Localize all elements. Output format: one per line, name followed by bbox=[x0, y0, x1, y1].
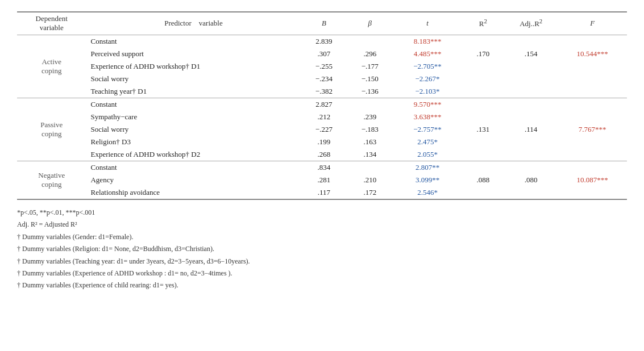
t-value: −2.705** bbox=[393, 60, 462, 73]
B-value: .117 bbox=[301, 186, 347, 199]
AdjR2-value bbox=[504, 73, 558, 85]
header-AdjR2: Adj..R2 bbox=[504, 12, 558, 35]
R2-value bbox=[462, 85, 504, 98]
AdjR2-value bbox=[504, 35, 558, 48]
AdjR2-value bbox=[504, 148, 558, 161]
footnote-2: † Dummy variables (Gender: d1=Female). bbox=[17, 231, 627, 243]
t-value: 8.183*** bbox=[393, 35, 462, 48]
beta-value: −.136 bbox=[347, 85, 393, 98]
footnote-0: *p<.05, **p<.01, ***p<.001 bbox=[17, 207, 627, 218]
B-value: −.234 bbox=[301, 73, 347, 85]
predictor-cell: Constant bbox=[86, 35, 301, 48]
predictor-cell: Sympathy−care bbox=[86, 111, 301, 123]
footnote-6: † Dummy variables (Experience of child r… bbox=[17, 279, 627, 291]
AdjR2-value bbox=[504, 98, 558, 111]
B-value: −.382 bbox=[301, 85, 347, 98]
beta-value: .163 bbox=[347, 136, 393, 148]
t-value: 3.638*** bbox=[393, 111, 462, 123]
R2-value bbox=[462, 111, 504, 123]
B-value: .268 bbox=[301, 148, 347, 161]
predictor-cell: Social worry bbox=[86, 123, 301, 136]
t-value: −2.267* bbox=[393, 73, 462, 85]
t-value: 9.570*** bbox=[393, 98, 462, 111]
predictor-cell: Social worry bbox=[86, 73, 301, 85]
t-value: 4.485*** bbox=[393, 48, 462, 60]
F-value bbox=[558, 85, 627, 98]
AdjR2-value bbox=[504, 85, 558, 98]
header-beta: β bbox=[347, 12, 393, 35]
F-value bbox=[558, 60, 627, 73]
AdjR2-value bbox=[504, 161, 558, 174]
t-value: 3.099** bbox=[393, 174, 462, 186]
AdjR2-value: .080 bbox=[504, 174, 558, 186]
predictor-cell: Constant bbox=[86, 98, 301, 111]
predictor-cell: Experience of ADHD workshop† D1 bbox=[86, 60, 301, 73]
R2-value bbox=[462, 136, 504, 148]
t-value: 2.546* bbox=[393, 186, 462, 199]
dep-var-2: Negativecoping bbox=[17, 161, 86, 200]
dep-var-0: Activecoping bbox=[17, 35, 86, 98]
footnote-3: † Dummy variables (Religion: d1= None, d… bbox=[17, 243, 627, 254]
predictor-cell: Experience of ADHD workshop† D2 bbox=[86, 148, 301, 161]
footnote-4: † Dummy variables (Teaching year: d1= un… bbox=[17, 256, 627, 267]
B-value: .834 bbox=[301, 161, 347, 174]
predictor-cell: Agency bbox=[86, 174, 301, 186]
R2-value: .088 bbox=[462, 174, 504, 186]
R2-value bbox=[462, 98, 504, 111]
AdjR2-value: .114 bbox=[504, 123, 558, 136]
F-value bbox=[558, 148, 627, 161]
beta-value bbox=[347, 161, 393, 174]
R2-value: .170 bbox=[462, 48, 504, 60]
header-B: B bbox=[301, 12, 347, 35]
F-value bbox=[558, 98, 627, 111]
B-value: −.227 bbox=[301, 123, 347, 136]
R2-value bbox=[462, 186, 504, 199]
AdjR2-value: .154 bbox=[504, 48, 558, 60]
F-value bbox=[558, 136, 627, 148]
R2-value bbox=[462, 73, 504, 85]
predictor-cell: Perceived support bbox=[86, 48, 301, 60]
AdjR2-value bbox=[504, 60, 558, 73]
header-t: t bbox=[393, 12, 462, 35]
beta-value: −.177 bbox=[347, 60, 393, 73]
predictor-cell: Relationship avoidance bbox=[86, 186, 301, 199]
B-value: .199 bbox=[301, 136, 347, 148]
B-value: −.255 bbox=[301, 60, 347, 73]
B-value: .281 bbox=[301, 174, 347, 186]
header-F: F bbox=[558, 12, 627, 35]
AdjR2-value bbox=[504, 186, 558, 199]
F-value bbox=[558, 111, 627, 123]
AdjR2-value bbox=[504, 111, 558, 123]
beta-value: .296 bbox=[347, 48, 393, 60]
R2-value bbox=[462, 148, 504, 161]
t-value: 2.475* bbox=[393, 136, 462, 148]
R2-value: .131 bbox=[462, 123, 504, 136]
t-value: 2.807** bbox=[393, 161, 462, 174]
beta-value: .172 bbox=[347, 186, 393, 199]
regression-table: Dependentvariable Predictor variable B β… bbox=[17, 11, 627, 200]
AdjR2-value bbox=[504, 136, 558, 148]
R2-value bbox=[462, 35, 504, 48]
beta-value bbox=[347, 98, 393, 111]
beta-value: .210 bbox=[347, 174, 393, 186]
beta-value: .239 bbox=[347, 111, 393, 123]
beta-value bbox=[347, 35, 393, 48]
B-value: .307 bbox=[301, 48, 347, 60]
F-value bbox=[558, 73, 627, 85]
footnote-5: † Dummy variables (Experience of ADHD wo… bbox=[17, 268, 627, 279]
header-predictor: Predictor variable bbox=[86, 12, 301, 35]
B-value: 2.839 bbox=[301, 35, 347, 48]
F-value: 10.087*** bbox=[558, 174, 627, 186]
t-value: −2.103* bbox=[393, 85, 462, 98]
F-value: 10.544*** bbox=[558, 48, 627, 60]
footnotes-section: *p<.05, **p<.01, ***p<.001Adj. R² = Adju… bbox=[17, 207, 627, 291]
F-value bbox=[558, 161, 627, 174]
dep-var-1: Passivecoping bbox=[17, 98, 86, 161]
footnote-1: Adj. R² = Adjusted R² bbox=[17, 219, 627, 230]
header-R2: R2 bbox=[462, 12, 504, 35]
header-dep-var: Dependentvariable bbox=[17, 12, 86, 35]
predictor-cell: Religion† D3 bbox=[86, 136, 301, 148]
B-value: 2.827 bbox=[301, 98, 347, 111]
F-value: 7.767*** bbox=[558, 123, 627, 136]
predictor-cell: Teaching year† D1 bbox=[86, 85, 301, 98]
